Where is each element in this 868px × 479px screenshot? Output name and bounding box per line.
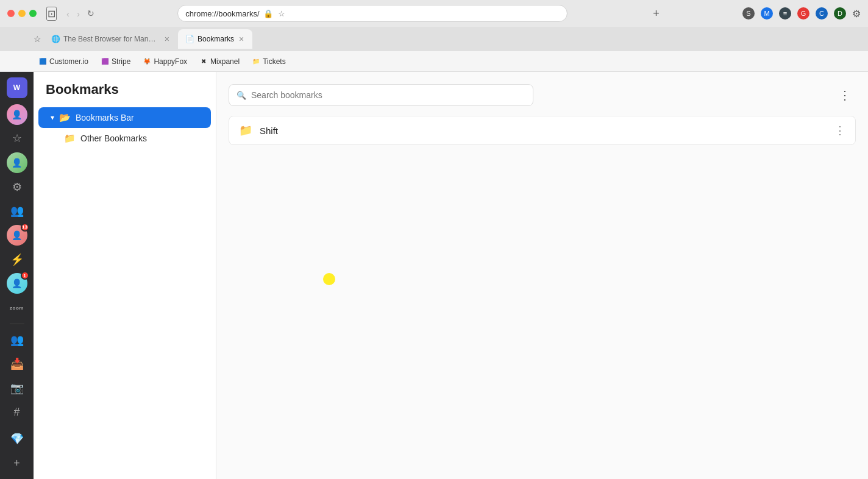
settings-button[interactable]: ⚙ [852, 8, 861, 20]
tab-close-bookmarks[interactable]: × [238, 34, 245, 44]
shift-sidebar: W 👤 ☆ 👤 ⚙ 👥 👤 13 [0, 72, 34, 479]
right-panel-header: 🔍 ⋮ [229, 84, 856, 106]
bm-favicon-stripe: 🟪 [101, 57, 109, 66]
people-icon: 👥 [10, 204, 24, 218]
sidebar-item-slack[interactable]: # [5, 402, 29, 424]
back-button[interactable]: ‹ [64, 7, 72, 20]
bm-label-stripe: Stripe [112, 57, 130, 66]
instagram-icon: 📷 [10, 381, 24, 395]
minimize-button[interactable] [18, 10, 26, 17]
address-text: chrome://bookmarks/ [185, 9, 259, 18]
star-bookmark-btn[interactable]: ☆ [34, 34, 41, 44]
tab-title-best-browser: The Best Browser for Managing Al... [63, 35, 160, 43]
extension-drive-icon[interactable]: D [834, 7, 846, 20]
sidebar-item-notifications[interactable]: 👤 13 [5, 224, 29, 246]
sidebar-item-add[interactable]: + [5, 452, 29, 474]
tab-bookmarks[interactable]: 📄 Bookmarks × [178, 29, 252, 49]
bm-favicon-happyfox: 🦊 [143, 57, 151, 66]
tab-favicon-bookmarks: 📄 [185, 35, 194, 43]
security-icon: 🔒 [263, 9, 273, 18]
bookmarks-content: Bookmarks ▾ 📂 Bookmarks Bar 📁 Other Book… [34, 72, 868, 479]
main-layout: W 👤 ☆ 👤 ⚙ 👥 👤 13 [0, 72, 868, 479]
title-bar: ⊡ ‹ › ↻ chrome://bookmarks/ 🔒 ☆ + S M ≡ … [0, 0, 868, 27]
address-bar[interactable]: chrome://bookmarks/ 🔒 ☆ [177, 5, 567, 22]
tree-item-bookmarks-bar[interactable]: ▾ 📂 Bookmarks Bar [38, 107, 211, 128]
sidebar-item-avatar3[interactable]: 👤 1 [5, 273, 29, 295]
inbox-icon: 📥 [10, 357, 24, 371]
sidebar-item-work[interactable]: W [5, 77, 29, 99]
bm-favicon-customerio: 🟦 [38, 57, 47, 66]
gem-icon: 💎 [10, 432, 24, 445]
new-tab-button[interactable]: + [653, 7, 660, 20]
folder-closed-icon: 📁 [64, 133, 76, 144]
avatar-1: 👤 [7, 104, 27, 125]
forward-button[interactable]: › [74, 7, 82, 20]
extension-metamask-icon[interactable]: M [761, 7, 773, 20]
tabs-bar: ☆ 🌐 The Best Browser for Managing Al... … [0, 27, 868, 51]
apps-icon: ⚙ [12, 180, 22, 194]
chevron-down-icon: ▾ [51, 113, 54, 122]
bm-toolbar-item-happyfox[interactable]: 🦊 HappyFox [138, 55, 192, 68]
slack-icon: # [13, 406, 20, 419]
tab-best-browser[interactable]: 🌐 The Best Browser for Managing Al... × [44, 29, 178, 49]
extension-shift-icon[interactable]: S [742, 7, 755, 20]
bm-toolbar-item-stripe[interactable]: 🟪 Stripe [96, 55, 135, 68]
extension-stack-icon[interactable]: ≡ [779, 7, 791, 20]
work-icon: W [7, 77, 27, 98]
groups-icon: 👥 [10, 333, 24, 347]
bookmark-star-icon[interactable]: ☆ [278, 9, 285, 18]
sidebar-item-integrations[interactable]: ⚡ [5, 249, 29, 271]
bookmarks-page-title: Bookmarks [34, 82, 216, 107]
reload-button[interactable]: ↻ [87, 9, 94, 18]
tab-favicon-best-browser: 🌐 [51, 35, 60, 43]
zoom-label: zoom [10, 305, 24, 311]
sidebar-item-gem[interactable]: 💎 [5, 428, 29, 450]
sidebar-toggle-button[interactable]: ⊡ [46, 7, 57, 21]
bm-row-more-shift[interactable]: ⋮ [834, 124, 845, 137]
bm-toolbar-item-tickets[interactable]: 📁 Tickets [247, 55, 291, 68]
sidebar-item-groups[interactable]: 👥 [5, 329, 29, 351]
bm-row-name-shift: Shift [260, 126, 827, 136]
notification-badge-13: 13 [21, 223, 29, 232]
bookmarks-right-panel: 🔍 ⋮ 📁 Shift ⋮ [216, 72, 868, 479]
bm-favicon-tickets: 📁 [252, 57, 260, 66]
integration-icon: ⚡ [10, 253, 24, 266]
tab-close-best-browser[interactable]: × [163, 34, 171, 44]
bm-toolbar-item-mixpanel[interactable]: ✖ Mixpanel [194, 55, 244, 68]
sidebar-item-zoom[interactable]: zoom [5, 297, 29, 319]
avatar-2: 👤 [7, 152, 27, 173]
bm-favicon-mixpanel: ✖ [199, 57, 208, 66]
maximize-button[interactable] [29, 10, 37, 17]
folder-open-icon: 📂 [59, 112, 71, 123]
bm-label-customerio: Customer.io [49, 57, 88, 66]
bookmarks-left-panel: Bookmarks ▾ 📂 Bookmarks Bar 📁 Other Book… [34, 72, 216, 479]
browser-extensions: S M ≡ G C D ⚙ [742, 7, 861, 20]
bm-label-happyfox: HappyFox [154, 57, 187, 66]
sidebar-item-apps[interactable]: ⚙ [5, 176, 29, 198]
extension-calendar-icon[interactable]: C [816, 7, 828, 20]
avatar-3: 👤 1 [7, 273, 27, 294]
bookmarks-toolbar: 🟦 Customer.io 🟪 Stripe 🦊 HappyFox ✖ Mixp… [0, 51, 868, 72]
sidebar-item-favorites[interactable]: ☆ [5, 127, 29, 149]
search-bar[interactable]: 🔍 [229, 84, 533, 106]
tab-title-bookmarks: Bookmarks [197, 35, 234, 43]
tree-item-other-bookmarks[interactable]: 📁 Other Bookmarks [38, 128, 211, 149]
bm-label-mixpanel: Mixpanel [210, 57, 240, 66]
star-icon: ☆ [12, 132, 22, 145]
tree-label-other-bookmarks: Other Bookmarks [80, 133, 147, 143]
sidebar-item-people[interactable]: 👥 [5, 200, 29, 222]
bm-toolbar-item-customerio[interactable]: 🟦 Customer.io [34, 55, 93, 68]
notifications-avatar: 👤 13 [7, 225, 27, 246]
sidebar-item-avatar1[interactable]: 👤 [5, 104, 29, 126]
bm-row-shift[interactable]: 📁 Shift ⋮ [229, 116, 856, 145]
sidebar-divider [10, 324, 24, 324]
sidebar-item-avatar2[interactable]: 👤 [5, 152, 29, 174]
folder-icon-shift: 📁 [239, 124, 252, 137]
search-input[interactable] [251, 90, 525, 100]
sidebar-item-inbox[interactable]: 📥 [5, 353, 29, 375]
nav-buttons: ‹ › [64, 7, 82, 20]
more-options-button[interactable]: ⋮ [834, 85, 856, 105]
extension-gmail-icon[interactable]: G [797, 7, 809, 20]
close-button[interactable] [7, 10, 15, 17]
sidebar-item-instagram[interactable]: 📷 [5, 377, 29, 399]
